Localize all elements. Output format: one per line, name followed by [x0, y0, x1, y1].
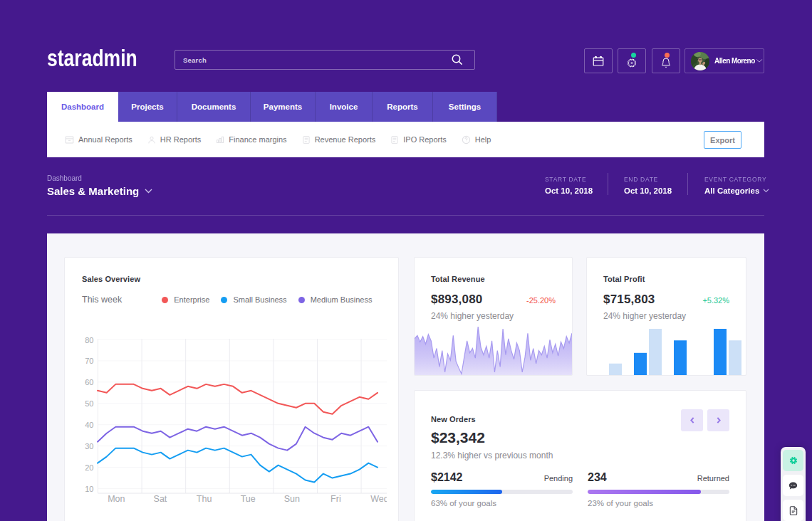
svg-text:Fri: Fri — [330, 494, 341, 504]
subnav-item-annual-reports[interactable]: Annual Reports — [65, 135, 132, 144]
total-revenue-delta: -25.20% — [526, 296, 556, 305]
ipo-reports-icon — [390, 135, 399, 144]
filter-end-date[interactable]: END DATE Oct 10, 2018 — [624, 176, 672, 195]
tab-settings[interactable]: Settings — [433, 92, 497, 122]
total-profit-amount: $715,803 — [603, 293, 655, 307]
subnav-item-hr-reports[interactable]: HR Reports — [147, 135, 201, 144]
returned-progress — [588, 490, 729, 494]
returned-metric: 234 Returned 23% of your goals — [588, 471, 729, 507]
notification-dot — [665, 53, 670, 58]
search-input[interactable] — [175, 56, 451, 64]
svg-text:Wed: Wed — [370, 494, 387, 504]
brand-logo: staradmin — [47, 44, 137, 72]
help-icon — [462, 135, 471, 144]
total-profit-delta: +5.32% — [702, 296, 729, 305]
new-orders-subtitle: 12.3% higher vs previous month — [431, 451, 729, 461]
sales-line-chart: 8070605040302010MonSatThuTueSunFriWed — [65, 258, 387, 521]
chat-icon — [788, 480, 798, 491]
svg-text:60: 60 — [85, 378, 93, 386]
filter-separator — [687, 173, 688, 195]
pending-goal: 63% of your goals — [431, 499, 573, 507]
subnav-item-help[interactable]: Help — [462, 135, 491, 144]
notifications-button[interactable] — [652, 48, 680, 73]
new-orders-amount: $23,342 — [431, 429, 729, 446]
svg-text:10: 10 — [85, 485, 93, 493]
page: staradmin — [0, 0, 812, 521]
svg-text:Tue: Tue — [241, 494, 256, 504]
revenue-reports-icon — [302, 135, 311, 144]
new-orders-card: New Orders $23,342 12.3% higher vs previ… — [414, 390, 746, 521]
svg-text:Sat: Sat — [154, 494, 167, 504]
svg-text:Thu: Thu — [197, 494, 212, 504]
svg-text:Sun: Sun — [284, 494, 300, 504]
returned-goal: 23% of your goals — [588, 499, 729, 507]
user-name: Allen Moreno — [714, 57, 755, 65]
total-profit-card: Total Profit $715,803 +5.32% 24% higher … — [586, 257, 746, 376]
fab-gear-icon — [788, 456, 798, 465]
annual-reports-icon — [65, 135, 74, 144]
page-title[interactable]: Sales & Marketing — [47, 185, 152, 197]
total-revenue-card: Total Revenue $893,080 -25.20% 24% highe… — [414, 257, 573, 376]
total-revenue-amount: $893,080 — [431, 293, 483, 307]
user-menu[interactable]: Allen Moreno — [685, 48, 764, 73]
avatar — [691, 52, 709, 70]
title-chevron-down-icon — [145, 189, 152, 194]
order-nav — [677, 409, 729, 431]
tab-payments[interactable]: Payments — [251, 92, 316, 122]
sales-overview-card: Sales Overview This week Enterprise Smal… — [64, 257, 399, 521]
finance-margins-icon — [216, 135, 224, 144]
tab-reports[interactable]: Reports — [373, 92, 433, 122]
tab-invoice[interactable]: Invoice — [316, 92, 373, 122]
search-box — [175, 50, 475, 70]
document-icon — [788, 505, 798, 516]
profit-bar-chart — [587, 328, 746, 375]
search-icon[interactable] — [451, 53, 464, 66]
bell-icon — [660, 57, 672, 68]
calendar-icon — [592, 55, 605, 68]
pending-progress — [431, 490, 573, 494]
settings-button[interactable] — [618, 48, 646, 73]
docs-button[interactable] — [783, 500, 803, 521]
quick-actions-panel — [781, 447, 806, 521]
gear-icon — [627, 58, 637, 68]
svg-text:80: 80 — [85, 336, 93, 344]
export-button[interactable]: Export — [704, 131, 741, 149]
svg-text:Mon: Mon — [108, 494, 125, 504]
subnav-item-finance-margins[interactable]: Finance margins — [216, 135, 286, 144]
tab-dashboard[interactable]: Dashboard — [47, 92, 118, 122]
hr-reports-icon — [147, 135, 156, 144]
settings-notification-dot — [631, 53, 636, 58]
tab-documents[interactable]: Documents — [177, 92, 251, 122]
filter-start-date[interactable]: START DATE Oct 10, 2018 — [545, 176, 593, 195]
user-chevron-down-icon — [756, 58, 763, 63]
tab-projects[interactable]: Projects — [118, 92, 177, 122]
svg-text:70: 70 — [85, 357, 93, 365]
pending-metric: $2142 Pending 63% of your goals — [431, 471, 573, 507]
breadcrumb: Dashboard — [47, 174, 82, 182]
pending-label: Pending — [544, 474, 573, 483]
filter-event-category[interactable]: EVENT CATEGORY All Categories — [704, 176, 769, 195]
svg-text:50: 50 — [85, 399, 93, 408]
svg-text:30: 30 — [85, 442, 93, 451]
revenue-area-chart — [415, 319, 572, 375]
subnav-item-revenue-reports[interactable]: Revenue Reports — [302, 135, 376, 144]
subnav-item-ipo-reports[interactable]: IPO Reports — [390, 135, 447, 144]
chat-button[interactable] — [783, 475, 803, 496]
total-profit-title: Total Profit — [603, 275, 729, 283]
total-profit-subtitle: 24% higher yesterday — [603, 311, 729, 321]
theme-settings-button[interactable] — [783, 450, 803, 471]
pending-value: $2142 — [431, 471, 463, 484]
filter-separator — [608, 173, 608, 195]
calendar-button[interactable] — [584, 48, 613, 73]
returned-label: Returned — [697, 474, 729, 483]
main-content: Sales Overview This week Enterprise Smal… — [47, 233, 764, 521]
main-nav-tabs: Dashboard Projects Documents Payments In… — [47, 92, 497, 122]
next-button[interactable] — [707, 409, 729, 431]
svg-text:40: 40 — [85, 421, 93, 429]
prev-button[interactable] — [681, 409, 703, 431]
secondary-nav: Annual Reports HR Reports Finance margin… — [47, 122, 764, 157]
total-revenue-title: Total Revenue — [431, 275, 556, 283]
category-chevron-down-icon — [763, 189, 769, 193]
svg-text:20: 20 — [85, 463, 93, 472]
returned-value: 234 — [588, 471, 607, 484]
